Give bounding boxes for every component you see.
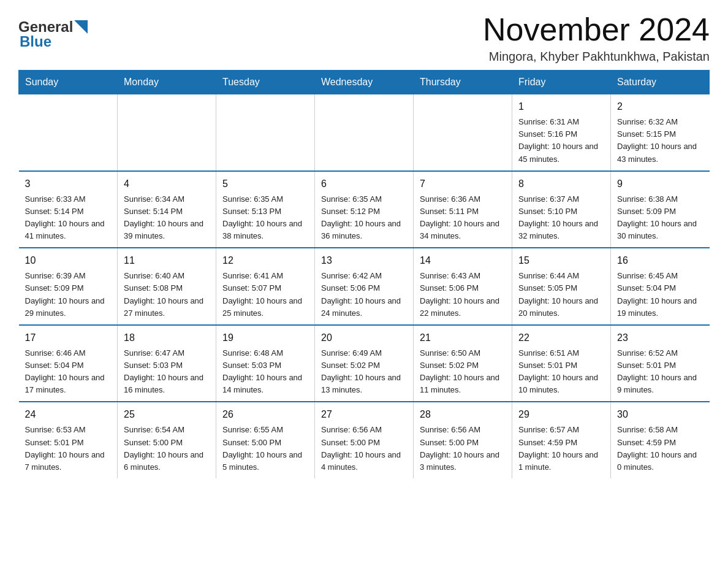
day-number: 11 xyxy=(124,253,210,268)
calendar-week-row: 24Sunrise: 6:53 AM Sunset: 5:01 PM Dayli… xyxy=(19,402,710,478)
weekday-header-sunday: Sunday xyxy=(19,71,118,94)
day-info: Sunrise: 6:40 AM Sunset: 5:08 PM Dayligh… xyxy=(124,270,210,320)
day-number: 1 xyxy=(518,99,604,114)
logo-triangle-icon xyxy=(74,20,88,34)
month-title: November 2024 xyxy=(483,12,710,47)
day-info: Sunrise: 6:37 AM Sunset: 5:10 PM Dayligh… xyxy=(518,193,604,243)
calendar-cell: 14Sunrise: 6:43 AM Sunset: 5:06 PM Dayli… xyxy=(414,248,512,325)
calendar-cell xyxy=(118,94,216,171)
logo: General Blue xyxy=(18,12,88,50)
calendar-cell: 19Sunrise: 6:48 AM Sunset: 5:03 PM Dayli… xyxy=(216,325,315,402)
calendar-cell: 23Sunrise: 6:52 AM Sunset: 5:01 PM Dayli… xyxy=(611,325,710,402)
logo-blue-text: Blue xyxy=(20,33,88,50)
calendar-cell: 25Sunrise: 6:54 AM Sunset: 5:00 PM Dayli… xyxy=(118,402,216,478)
weekday-header-tuesday: Tuesday xyxy=(216,71,315,94)
day-info: Sunrise: 6:54 AM Sunset: 5:00 PM Dayligh… xyxy=(124,424,210,473)
calendar-cell: 4Sunrise: 6:34 AM Sunset: 5:14 PM Daylig… xyxy=(118,171,216,248)
calendar-cell: 27Sunrise: 6:56 AM Sunset: 5:00 PM Dayli… xyxy=(315,402,414,478)
day-number: 6 xyxy=(321,177,407,191)
calendar-week-row: 17Sunrise: 6:46 AM Sunset: 5:04 PM Dayli… xyxy=(19,325,710,402)
calendar-cell: 12Sunrise: 6:41 AM Sunset: 5:07 PM Dayli… xyxy=(216,248,315,325)
day-number: 19 xyxy=(222,331,308,345)
svg-marker-0 xyxy=(74,20,88,34)
calendar-cell: 16Sunrise: 6:45 AM Sunset: 5:04 PM Dayli… xyxy=(611,248,710,325)
day-info: Sunrise: 6:55 AM Sunset: 5:00 PM Dayligh… xyxy=(222,424,308,473)
day-info: Sunrise: 6:58 AM Sunset: 4:59 PM Dayligh… xyxy=(617,424,703,473)
day-info: Sunrise: 6:41 AM Sunset: 5:07 PM Dayligh… xyxy=(222,270,308,320)
day-number: 27 xyxy=(321,407,407,422)
calendar-cell xyxy=(19,94,118,171)
calendar-cell: 6Sunrise: 6:35 AM Sunset: 5:12 PM Daylig… xyxy=(315,171,414,248)
title-area: November 2024 Mingora, Khyber Pakhtunkhw… xyxy=(483,12,710,64)
day-number: 9 xyxy=(617,177,703,191)
day-number: 20 xyxy=(321,331,407,345)
day-info: Sunrise: 6:32 AM Sunset: 5:15 PM Dayligh… xyxy=(617,116,703,166)
calendar-cell: 29Sunrise: 6:57 AM Sunset: 4:59 PM Dayli… xyxy=(512,402,611,478)
day-number: 3 xyxy=(25,177,112,191)
day-number: 2 xyxy=(617,99,703,114)
day-number: 23 xyxy=(617,331,703,345)
calendar-header-row: SundayMondayTuesdayWednesdayThursdayFrid… xyxy=(19,71,710,94)
day-number: 8 xyxy=(518,177,604,191)
day-info: Sunrise: 6:50 AM Sunset: 5:02 PM Dayligh… xyxy=(420,347,506,397)
day-number: 22 xyxy=(518,331,604,345)
calendar-cell: 22Sunrise: 6:51 AM Sunset: 5:01 PM Dayli… xyxy=(512,325,611,402)
day-info: Sunrise: 6:52 AM Sunset: 5:01 PM Dayligh… xyxy=(617,347,703,397)
day-number: 25 xyxy=(124,407,210,422)
day-info: Sunrise: 6:44 AM Sunset: 5:05 PM Dayligh… xyxy=(518,270,604,320)
day-info: Sunrise: 6:33 AM Sunset: 5:14 PM Dayligh… xyxy=(25,193,112,243)
day-number: 12 xyxy=(222,253,308,268)
calendar-cell xyxy=(414,94,512,171)
day-info: Sunrise: 6:39 AM Sunset: 5:09 PM Dayligh… xyxy=(25,270,112,320)
calendar-cell: 10Sunrise: 6:39 AM Sunset: 5:09 PM Dayli… xyxy=(19,248,118,325)
day-number: 28 xyxy=(420,407,506,422)
calendar-week-row: 10Sunrise: 6:39 AM Sunset: 5:09 PM Dayli… xyxy=(19,248,710,325)
day-number: 21 xyxy=(420,331,506,345)
day-info: Sunrise: 6:47 AM Sunset: 5:03 PM Dayligh… xyxy=(124,347,210,397)
calendar-cell: 17Sunrise: 6:46 AM Sunset: 5:04 PM Dayli… xyxy=(19,325,118,402)
calendar-cell: 2Sunrise: 6:32 AM Sunset: 5:15 PM Daylig… xyxy=(611,94,710,171)
day-info: Sunrise: 6:46 AM Sunset: 5:04 PM Dayligh… xyxy=(25,347,112,397)
calendar-cell: 9Sunrise: 6:38 AM Sunset: 5:09 PM Daylig… xyxy=(611,171,710,248)
day-info: Sunrise: 6:57 AM Sunset: 4:59 PM Dayligh… xyxy=(518,424,604,473)
calendar-cell: 18Sunrise: 6:47 AM Sunset: 5:03 PM Dayli… xyxy=(118,325,216,402)
page-header: General Blue November 2024 Mingora, Khyb… xyxy=(18,12,710,64)
weekday-header-wednesday: Wednesday xyxy=(315,71,414,94)
calendar-cell: 26Sunrise: 6:55 AM Sunset: 5:00 PM Dayli… xyxy=(216,402,315,478)
calendar-cell: 30Sunrise: 6:58 AM Sunset: 4:59 PM Dayli… xyxy=(611,402,710,478)
day-info: Sunrise: 6:31 AM Sunset: 5:16 PM Dayligh… xyxy=(518,116,604,166)
calendar-table: SundayMondayTuesdayWednesdayThursdayFrid… xyxy=(18,70,710,478)
day-number: 7 xyxy=(420,177,506,191)
day-number: 10 xyxy=(25,253,112,268)
day-info: Sunrise: 6:45 AM Sunset: 5:04 PM Dayligh… xyxy=(617,270,703,320)
calendar-cell: 21Sunrise: 6:50 AM Sunset: 5:02 PM Dayli… xyxy=(414,325,512,402)
weekday-header-friday: Friday xyxy=(512,71,611,94)
day-number: 16 xyxy=(617,253,703,268)
calendar-cell xyxy=(216,94,315,171)
calendar-cell: 8Sunrise: 6:37 AM Sunset: 5:10 PM Daylig… xyxy=(512,171,611,248)
day-info: Sunrise: 6:53 AM Sunset: 5:01 PM Dayligh… xyxy=(25,424,112,473)
day-number: 24 xyxy=(25,407,112,422)
day-info: Sunrise: 6:56 AM Sunset: 5:00 PM Dayligh… xyxy=(321,424,407,473)
calendar-week-row: 1Sunrise: 6:31 AM Sunset: 5:16 PM Daylig… xyxy=(19,94,710,171)
calendar-cell: 28Sunrise: 6:56 AM Sunset: 5:00 PM Dayli… xyxy=(414,402,512,478)
day-info: Sunrise: 6:42 AM Sunset: 5:06 PM Dayligh… xyxy=(321,270,407,320)
day-number: 13 xyxy=(321,253,407,268)
calendar-cell: 11Sunrise: 6:40 AM Sunset: 5:08 PM Dayli… xyxy=(118,248,216,325)
calendar-cell: 1Sunrise: 6:31 AM Sunset: 5:16 PM Daylig… xyxy=(512,94,611,171)
calendar-cell: 7Sunrise: 6:36 AM Sunset: 5:11 PM Daylig… xyxy=(414,171,512,248)
day-number: 4 xyxy=(124,177,210,191)
location-title: Mingora, Khyber Pakhtunkhwa, Pakistan xyxy=(483,50,710,64)
day-info: Sunrise: 6:51 AM Sunset: 5:01 PM Dayligh… xyxy=(518,347,604,397)
day-info: Sunrise: 6:36 AM Sunset: 5:11 PM Dayligh… xyxy=(420,193,506,243)
calendar-cell xyxy=(315,94,414,171)
day-number: 14 xyxy=(420,253,506,268)
day-number: 18 xyxy=(124,331,210,345)
calendar-cell: 13Sunrise: 6:42 AM Sunset: 5:06 PM Dayli… xyxy=(315,248,414,325)
day-number: 17 xyxy=(25,331,112,345)
day-number: 30 xyxy=(617,407,703,422)
calendar-cell: 5Sunrise: 6:35 AM Sunset: 5:13 PM Daylig… xyxy=(216,171,315,248)
day-info: Sunrise: 6:35 AM Sunset: 5:13 PM Dayligh… xyxy=(222,193,308,243)
day-info: Sunrise: 6:34 AM Sunset: 5:14 PM Dayligh… xyxy=(124,193,210,243)
calendar-cell: 3Sunrise: 6:33 AM Sunset: 5:14 PM Daylig… xyxy=(19,171,118,248)
